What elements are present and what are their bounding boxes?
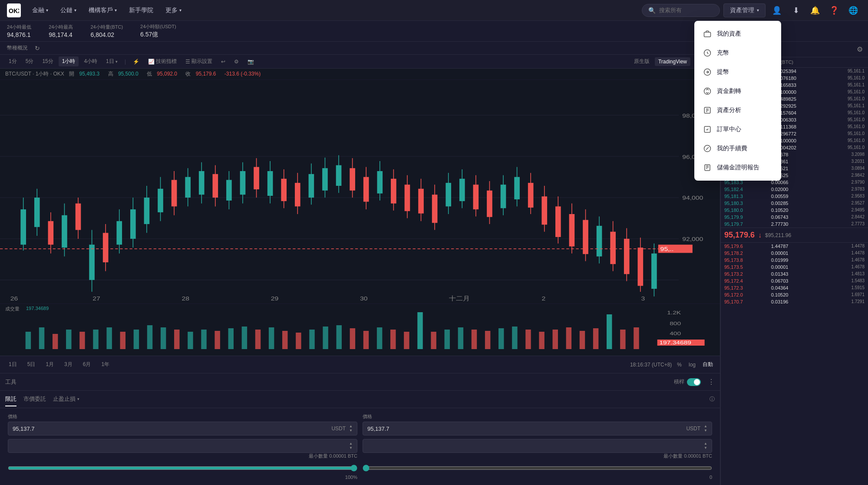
proof-icon [703, 163, 712, 172]
sell-price-stepper[interactable]: ▲▼ [704, 425, 707, 432]
buy-price-stepper[interactable]: ▲▼ [349, 425, 353, 432]
svg-rect-130 [201, 330, 206, 349]
original-view-btn[interactable]: 原生版 [630, 56, 653, 66]
buy-price-input[interactable] [13, 426, 328, 432]
svg-rect-168 [704, 32, 711, 37]
nav-chain[interactable]: 公鏈 ▾ [56, 4, 81, 17]
buy-price-field: 價格 USDT ▲▼ [8, 413, 357, 436]
tf-1m[interactable]: 1分 [5, 56, 20, 66]
sell-price-field: 價格 USDT ▲▼ [363, 413, 712, 436]
dropdown-orders[interactable]: 訂單中心 [694, 120, 781, 139]
help-icon: ❓ [829, 6, 839, 15]
buy-slider[interactable] [8, 465, 357, 472]
table-row: 95,180.0 0.10520 2.9495 [721, 207, 868, 214]
panel-settings-icon[interactable]: ⚙ [857, 45, 863, 53]
table-row: 95,180.3 0.00285 2.9527 [721, 200, 868, 207]
globe-icon-button[interactable]: 🌐 [845, 3, 861, 18]
search-input[interactable] [659, 7, 711, 13]
search-icon: 🔍 [648, 7, 656, 14]
svg-rect-143 [377, 327, 382, 349]
buy-qty-input[interactable] [13, 443, 342, 449]
svg-rect-133 [242, 327, 247, 349]
dropdown-withdraw[interactable]: 提幣 [694, 63, 781, 82]
svg-rect-155 [539, 332, 544, 349]
period-1y[interactable]: 1年 [98, 360, 113, 370]
dropdown-proof[interactable]: 儲備金證明報告 [694, 158, 781, 177]
chart-time: 18:16:37 (UTC+8) [630, 362, 672, 368]
svg-rect-123 [106, 327, 112, 349]
tab-stop-order[interactable]: 止盈止損 ▾ [53, 393, 79, 406]
svg-rect-122 [93, 330, 98, 349]
svg-rect-151 [485, 331, 490, 349]
refresh-icon[interactable]: ↻ [35, 45, 40, 52]
svg-rect-162 [634, 327, 639, 349]
tab-market-order[interactable]: 市價委託 [23, 393, 46, 406]
period-5d[interactable]: 5日 [24, 360, 39, 370]
settings-btn[interactable]: ⚙ [231, 57, 242, 66]
tools-bar: 工具 積桿 ⋮ [0, 373, 720, 390]
period-6m[interactable]: 6月 [79, 360, 95, 370]
toggle-switch[interactable] [687, 378, 701, 386]
tradingview-btn[interactable]: TradingView [655, 57, 690, 66]
tf-15m[interactable]: 15分 [39, 56, 56, 66]
tf-4h[interactable]: 4小時 [80, 56, 101, 66]
nav-institutional[interactable]: 機構客戶 ▾ [84, 4, 121, 17]
period-1d[interactable]: 1日 [5, 360, 20, 370]
help-icon-button[interactable]: ❓ [826, 3, 842, 18]
svg-rect-156 [553, 330, 558, 349]
svg-rect-138 [309, 330, 314, 349]
tf-1h[interactable]: 1小時 [59, 56, 79, 66]
svg-rect-120 [66, 330, 71, 349]
sell-slider[interactable] [363, 465, 712, 472]
download-icon-button[interactable]: ⬇ [788, 3, 804, 18]
logo[interactable]: OKX [7, 3, 21, 17]
svg-rect-142 [363, 331, 369, 349]
price-down-arrow: ↓ [758, 231, 762, 239]
candlestick-chart[interactable]: 98,000 96,000 94,000 92,000 95,.. 26 27 … [0, 80, 720, 304]
svg-text:29: 29 [271, 295, 279, 302]
dropdown-analysis[interactable]: 資產分析 [694, 101, 781, 120]
asset-mgmt-button[interactable]: 資產管理 ▾ [723, 3, 766, 17]
tab-limit-order[interactable]: 限託 [5, 393, 17, 406]
user-icon-button[interactable]: 👤 [769, 3, 785, 18]
screenshot-btn[interactable]: 📷 [244, 57, 257, 66]
undo-btn[interactable]: ↩ [218, 57, 229, 66]
nav-academy[interactable]: 新手學院 [125, 4, 158, 17]
period-1m[interactable]: 1月 [42, 360, 57, 370]
svg-rect-118 [39, 327, 44, 349]
nav-more[interactable]: 更多 ▾ [161, 4, 186, 17]
svg-rect-129 [188, 332, 193, 349]
bell-icon-button[interactable]: 🔔 [807, 3, 823, 18]
svg-rect-158 [580, 331, 585, 349]
expand-icon[interactable]: ⋮ [708, 378, 715, 386]
tech-indicator-btn[interactable]: 📈 技術指標 [145, 56, 180, 66]
svg-text:95,..: 95,.. [660, 246, 674, 252]
svg-rect-147 [431, 332, 436, 349]
display-settings-btn[interactable]: ☰ 顯示設置 [182, 56, 216, 66]
sell-price-input[interactable] [367, 426, 683, 432]
table-row: 95,182.4 0.02000 2.9783 [721, 186, 868, 193]
buy-qty-stepper[interactable]: ▲▼ [349, 442, 353, 450]
svg-text:400: 400 [670, 331, 681, 336]
dropdown-recharge[interactable]: 充幣 [694, 43, 781, 63]
dropdown-transfer[interactable]: 資金劃轉 [694, 82, 781, 101]
svg-rect-148 [445, 330, 450, 349]
period-3m[interactable]: 3月 [61, 360, 76, 370]
order-info-icon[interactable]: ⓘ [710, 396, 715, 403]
search-box[interactable]: 🔍 [642, 4, 720, 17]
svg-rect-119 [53, 334, 58, 349]
sell-qty-stepper[interactable]: ▲▼ [704, 442, 707, 450]
dropdown-fees[interactable]: 我的手續費 [694, 139, 781, 158]
tf-indicator-toggle[interactable]: ⚡ [129, 57, 143, 66]
auto-label[interactable]: 自動 [703, 361, 713, 368]
order-tabs: 限託 市價委託 止盈止損 ▾ ⓘ [0, 390, 720, 408]
sell-qty-field: ▲▼ 最小數量 0.00001 BTC [363, 439, 712, 459]
tf-1d-dropdown[interactable]: 1日 ▾ [102, 56, 121, 66]
chevron-down-icon: ▾ [179, 8, 182, 13]
svg-text:OKX: OKX [9, 7, 19, 14]
nav-finance[interactable]: 金融 ▾ [28, 4, 53, 17]
sell-qty-input[interactable] [367, 443, 697, 449]
tf-5m[interactable]: 5分 [22, 56, 37, 66]
dropdown-my-assets[interactable]: 我的資產 [694, 24, 781, 43]
lever-toggle[interactable]: 積桿 [674, 378, 701, 386]
